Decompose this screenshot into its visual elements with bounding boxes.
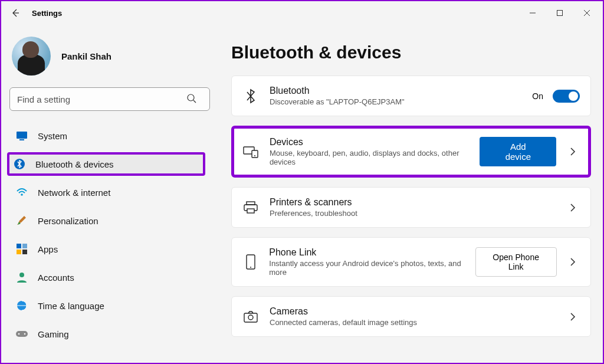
search-input[interactable] bbox=[9, 87, 210, 111]
svg-rect-20 bbox=[252, 150, 258, 158]
app-title: Settings bbox=[32, 9, 62, 18]
chevron-right-icon bbox=[566, 312, 580, 322]
devices-title: Devices bbox=[270, 137, 470, 147]
cameras-title: Cameras bbox=[270, 306, 417, 317]
svg-point-28 bbox=[248, 315, 253, 320]
sidebar-item-label: Time & language bbox=[38, 301, 104, 311]
svg-line-5 bbox=[193, 100, 196, 103]
svg-point-9 bbox=[21, 194, 23, 196]
sidebar-item-gaming[interactable]: Gaming bbox=[9, 322, 205, 346]
settings-window: Settings Pankil Shah System bbox=[0, 0, 604, 364]
bluetooth-toggle[interactable] bbox=[553, 90, 580, 103]
svg-point-26 bbox=[250, 267, 251, 268]
sidebar-item-network[interactable]: Network & internet bbox=[9, 181, 205, 204]
monitor-icon bbox=[15, 129, 28, 142]
chevron-right-icon bbox=[566, 147, 580, 156]
svg-point-14 bbox=[19, 273, 24, 277]
profile-name: Pankil Shah bbox=[61, 51, 111, 61]
svg-point-21 bbox=[254, 155, 255, 156]
sidebar-item-personalization[interactable]: Personalization bbox=[9, 209, 205, 232]
main-content: Bluetooth & devices Bluetooth Discoverab… bbox=[214, 25, 603, 363]
add-device-button[interactable]: Add device bbox=[480, 137, 556, 166]
sidebar-item-label: Personalization bbox=[38, 216, 99, 226]
sidebar-item-bluetooth[interactable]: Bluetooth & devices bbox=[7, 152, 205, 176]
sidebar-item-system[interactable]: System bbox=[9, 124, 205, 147]
chevron-right-icon bbox=[566, 203, 580, 212]
close-button[interactable] bbox=[573, 1, 600, 25]
profile[interactable]: Pankil Shah bbox=[12, 37, 205, 76]
printer-icon bbox=[242, 201, 259, 214]
bluetooth-icon bbox=[13, 158, 26, 170]
gamepad-icon bbox=[15, 327, 28, 340]
svg-rect-12 bbox=[17, 250, 21, 254]
svg-rect-22 bbox=[247, 202, 255, 205]
maximize-button[interactable] bbox=[546, 1, 573, 25]
bluetooth-title: Bluetooth bbox=[270, 86, 405, 96]
page-title: Bluetooth & devices bbox=[231, 42, 591, 63]
devices-icon bbox=[242, 145, 259, 158]
open-phonelink-button[interactable]: Open Phone Link bbox=[475, 247, 557, 277]
svg-rect-10 bbox=[17, 244, 21, 248]
phonelink-card[interactable]: Phone Link Instantly access your Android… bbox=[231, 237, 591, 287]
bluetooth-toggle-label: On bbox=[532, 91, 543, 101]
apps-icon bbox=[15, 242, 28, 255]
sidebar-item-label: Accounts bbox=[38, 273, 74, 283]
devices-card[interactable]: Devices Mouse, keyboard, pen, audio, dis… bbox=[231, 126, 591, 178]
devices-sub: Mouse, keyboard, pen, audio, displays an… bbox=[270, 149, 470, 166]
sidebar-item-apps[interactable]: Apps bbox=[9, 237, 205, 261]
sidebar-item-label: Bluetooth & devices bbox=[35, 159, 114, 169]
window-controls bbox=[519, 1, 600, 25]
phonelink-title: Phone Link bbox=[269, 247, 464, 258]
search-box[interactable] bbox=[9, 87, 205, 111]
sidebar-item-label: Gaming bbox=[38, 329, 69, 339]
back-button[interactable] bbox=[4, 1, 27, 25]
sidebar-item-accounts[interactable]: Accounts bbox=[9, 265, 205, 289]
phonelink-sub: Instantly access your Android device's p… bbox=[269, 259, 464, 277]
phone-icon bbox=[242, 254, 258, 270]
bluetooth-icon bbox=[242, 88, 259, 104]
svg-rect-16 bbox=[16, 331, 28, 337]
printers-sub: Preferences, troubleshoot bbox=[270, 209, 357, 218]
camera-icon bbox=[242, 311, 259, 323]
sidebar: Pankil Shah System Bluetooth & devices bbox=[1, 25, 214, 363]
avatar bbox=[12, 37, 51, 76]
search-icon bbox=[186, 93, 197, 106]
sidebar-item-label: System bbox=[38, 131, 67, 141]
bluetooth-card: Bluetooth Discoverable as "LAPTOP-Q6EJP3… bbox=[231, 76, 591, 116]
svg-rect-27 bbox=[244, 313, 257, 322]
svg-rect-6 bbox=[17, 132, 27, 139]
svg-rect-11 bbox=[22, 244, 27, 248]
printers-card[interactable]: Printers & scanners Preferences, trouble… bbox=[231, 187, 591, 228]
bluetooth-sub: Discoverable as "LAPTOP-Q6EJP3AM" bbox=[270, 97, 405, 106]
cameras-sub: Connected cameras, default image setting… bbox=[270, 318, 417, 327]
chevron-right-icon bbox=[566, 257, 580, 267]
svg-point-17 bbox=[18, 333, 20, 335]
sidebar-nav: System Bluetooth & devices Network & int… bbox=[9, 124, 205, 346]
title-bar: Settings bbox=[1, 1, 603, 25]
sidebar-item-label: Network & internet bbox=[38, 188, 110, 198]
svg-rect-24 bbox=[247, 209, 254, 213]
svg-rect-7 bbox=[19, 139, 24, 140]
svg-point-18 bbox=[24, 333, 26, 335]
cameras-card[interactable]: Cameras Connected cameras, default image… bbox=[231, 296, 591, 337]
svg-rect-1 bbox=[557, 11, 563, 16]
paintbrush-icon bbox=[15, 214, 28, 227]
wifi-icon bbox=[15, 186, 28, 199]
sidebar-item-time-language[interactable]: Time & language bbox=[9, 294, 205, 317]
svg-rect-13 bbox=[22, 250, 27, 254]
globe-clock-icon bbox=[15, 299, 28, 312]
person-icon bbox=[15, 271, 28, 284]
minimize-button[interactable] bbox=[519, 1, 546, 25]
sidebar-item-label: Apps bbox=[38, 244, 58, 254]
printers-title: Printers & scanners bbox=[270, 197, 357, 208]
svg-point-4 bbox=[188, 94, 194, 101]
